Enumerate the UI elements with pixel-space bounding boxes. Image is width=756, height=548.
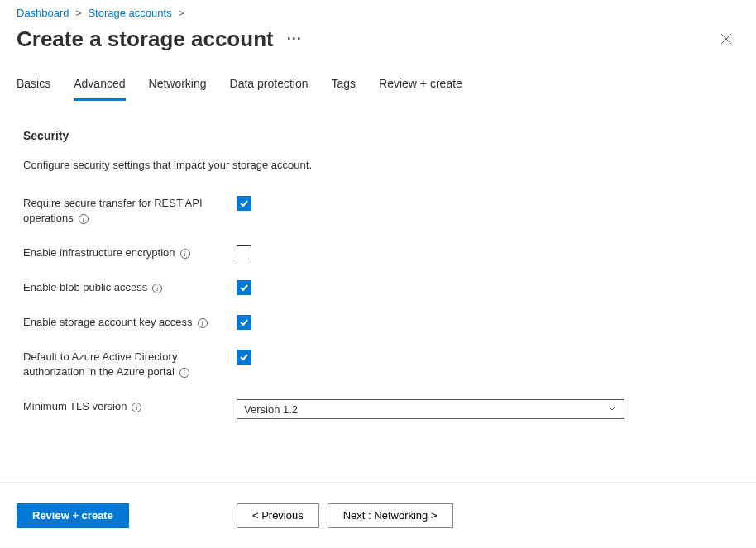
checkbox-blob-public[interactable]	[237, 280, 251, 295]
close-icon	[720, 33, 732, 45]
footer: Review + create < Previous Next : Networ…	[0, 482, 756, 548]
breadcrumb: Dashboard > Storage accounts >	[0, 0, 756, 19]
section-title-security: Security	[23, 129, 739, 142]
chevron-down-icon	[607, 403, 617, 416]
breadcrumb-link-dashboard[interactable]: Dashboard	[17, 7, 69, 19]
checkbox-secure-transfer[interactable]	[237, 196, 251, 211]
close-button[interactable]	[713, 26, 739, 52]
info-icon[interactable]: i	[152, 284, 162, 293]
check-icon	[239, 198, 249, 208]
checkbox-key-access[interactable]	[237, 315, 251, 330]
check-icon	[239, 317, 249, 327]
tab-networking[interactable]: Networking	[149, 77, 207, 101]
tab-tags[interactable]: Tags	[332, 77, 356, 101]
checkbox-aad-default[interactable]	[237, 350, 251, 365]
label-secure-transfer: Require secure transfer for REST API ope…	[23, 196, 237, 226]
select-min-tls[interactable]: Version 1.2	[237, 399, 624, 419]
more-icon[interactable]: ···	[287, 31, 302, 48]
tab-basics[interactable]: Basics	[17, 77, 50, 101]
info-icon[interactable]: i	[179, 368, 189, 378]
chevron-right-icon: >	[75, 7, 82, 19]
content-scroll-area[interactable]: Security Configure security settings tha…	[0, 116, 756, 482]
checkbox-infra-encryption[interactable]	[237, 245, 251, 260]
label-infra-encryption: Enable infrastructure encryptioni	[23, 245, 237, 260]
tab-data-protection[interactable]: Data protection	[230, 77, 309, 101]
previous-button[interactable]: < Previous	[237, 503, 319, 528]
page-title: Create a storage account ···	[17, 26, 302, 52]
check-icon	[239, 283, 249, 293]
chevron-right-icon: >	[178, 7, 184, 19]
info-icon[interactable]: i	[79, 214, 89, 224]
label-aad-default: Default to Azure Active Directory author…	[23, 350, 237, 379]
label-min-tls: Minimum TLS versioni	[23, 399, 237, 414]
label-key-access: Enable storage account key accessi	[23, 315, 237, 330]
section-description: Configure security settings that impact …	[23, 159, 739, 171]
info-icon[interactable]: i	[198, 318, 208, 328]
page-title-text: Create a storage account	[17, 26, 274, 52]
review-create-button[interactable]: Review + create	[17, 503, 129, 528]
info-icon[interactable]: i	[180, 249, 190, 259]
next-button[interactable]: Next : Networking >	[328, 503, 453, 528]
breadcrumb-link-storage-accounts[interactable]: Storage accounts	[88, 7, 171, 19]
tab-review-create[interactable]: Review + create	[379, 77, 462, 101]
tab-advanced[interactable]: Advanced	[74, 77, 125, 101]
info-icon[interactable]: i	[132, 403, 141, 412]
check-icon	[239, 352, 249, 362]
label-blob-public: Enable blob public accessi	[23, 280, 237, 295]
select-value: Version 1.2	[244, 403, 298, 416]
tabs: Basics Advanced Networking Data protecti…	[0, 52, 756, 101]
